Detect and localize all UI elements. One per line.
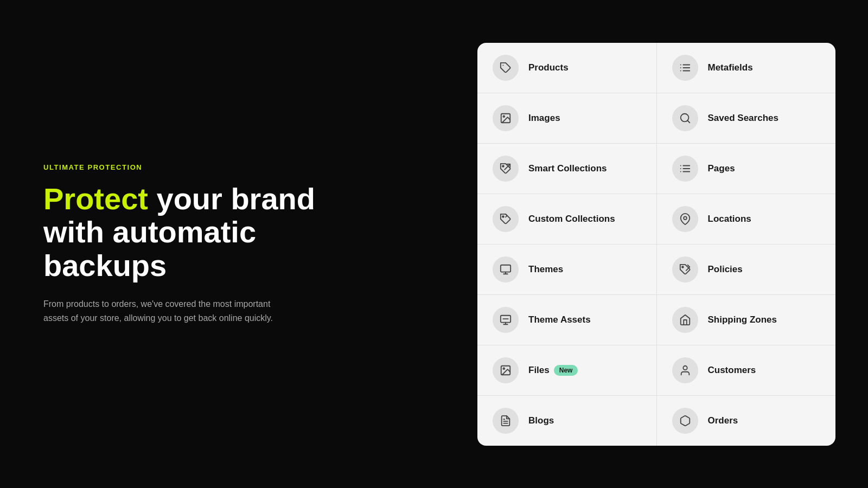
customers-label: Customers	[708, 365, 756, 376]
products-cell[interactable]: Products	[477, 43, 657, 93]
theme-assets-icon	[493, 307, 519, 333]
files-cell[interactable]: Files New	[477, 345, 657, 395]
grid-row: Themes Policies	[477, 245, 835, 295]
headline-highlight: Protect	[43, 182, 148, 216]
custom-collections-icon	[493, 206, 519, 232]
locations-cell[interactable]: Locations	[657, 194, 836, 244]
grid-row: Blogs Orders	[477, 396, 835, 446]
locations-icon	[672, 206, 698, 232]
theme-assets-label: Theme Assets	[528, 314, 591, 325]
svg-point-26	[503, 368, 505, 369]
themes-label: Themes	[528, 264, 563, 275]
features-grid: Products Metafields Images Save	[477, 43, 835, 446]
smart-collections-label: Smart Collections	[528, 163, 607, 174]
headline: Protect your brandwith automatic backups	[43, 182, 369, 282]
themes-icon	[493, 256, 519, 282]
svg-point-11	[502, 165, 504, 167]
policies-cell[interactable]: Policies	[657, 245, 836, 294]
grid-row: Files New Customers	[477, 345, 835, 396]
files-new-badge: New	[554, 365, 578, 376]
grid-row: Theme Assets Shipping Zones	[477, 295, 835, 345]
grid-row: Custom Collections Locations	[477, 194, 835, 245]
svg-point-8	[503, 115, 505, 117]
svg-line-10	[687, 120, 690, 123]
metafields-cell[interactable]: Metafields	[657, 43, 836, 93]
locations-label: Locations	[708, 214, 751, 224]
saved-searches-label: Saved Searches	[708, 113, 778, 124]
svg-point-20	[684, 216, 687, 220]
images-label: Images	[528, 113, 560, 124]
saved-searches-cell[interactable]: Saved Searches	[657, 93, 836, 143]
policies-label: Policies	[708, 264, 743, 275]
saved-searches-icon	[672, 105, 698, 131]
pages-cell[interactable]: Pages	[657, 144, 836, 194]
grid-row: Smart Collections Pages	[477, 144, 835, 194]
products-icon	[493, 55, 519, 81]
protection-label: ULTIMATE PROTECTION	[43, 163, 369, 171]
themes-cell[interactable]: Themes	[477, 245, 657, 294]
products-label: Products	[528, 62, 569, 73]
images-cell[interactable]: Images	[477, 93, 657, 143]
metafields-label: Metafields	[708, 62, 753, 73]
files-icon	[493, 357, 519, 383]
grid-row: Images Saved Searches	[477, 93, 835, 144]
svg-point-27	[683, 365, 687, 369]
svg-rect-21	[501, 265, 510, 272]
blogs-icon	[493, 408, 519, 434]
shipping-zones-icon	[672, 307, 698, 333]
svg-point-22	[682, 266, 684, 268]
customers-icon	[672, 357, 698, 383]
svg-point-19	[502, 216, 504, 217]
orders-label: Orders	[708, 415, 738, 426]
left-panel: ULTIMATE PROTECTION Protect your brandwi…	[0, 0, 412, 488]
grid-row: Products Metafields	[477, 43, 835, 93]
policies-icon	[672, 256, 698, 282]
orders-icon	[672, 408, 698, 434]
images-icon	[493, 105, 519, 131]
blogs-cell[interactable]: Blogs	[477, 396, 657, 446]
metafields-icon	[672, 55, 698, 81]
shipping-zones-label: Shipping Zones	[708, 314, 777, 325]
custom-collections-label: Custom Collections	[528, 214, 615, 224]
customers-cell[interactable]: Customers	[657, 345, 836, 395]
orders-cell[interactable]: Orders	[657, 396, 836, 446]
smart-collections-icon	[493, 156, 519, 182]
custom-collections-cell[interactable]: Custom Collections	[477, 194, 657, 244]
shipping-zones-cell[interactable]: Shipping Zones	[657, 295, 836, 345]
pages-label: Pages	[708, 163, 735, 174]
smart-collections-cell[interactable]: Smart Collections	[477, 144, 657, 194]
files-label: Files	[528, 365, 550, 376]
description: From products to orders, we've covered t…	[43, 297, 293, 325]
blogs-label: Blogs	[528, 415, 554, 426]
pages-icon	[672, 156, 698, 182]
right-panel: Products Metafields Images Save	[477, 43, 835, 446]
theme-assets-cell[interactable]: Theme Assets	[477, 295, 657, 345]
